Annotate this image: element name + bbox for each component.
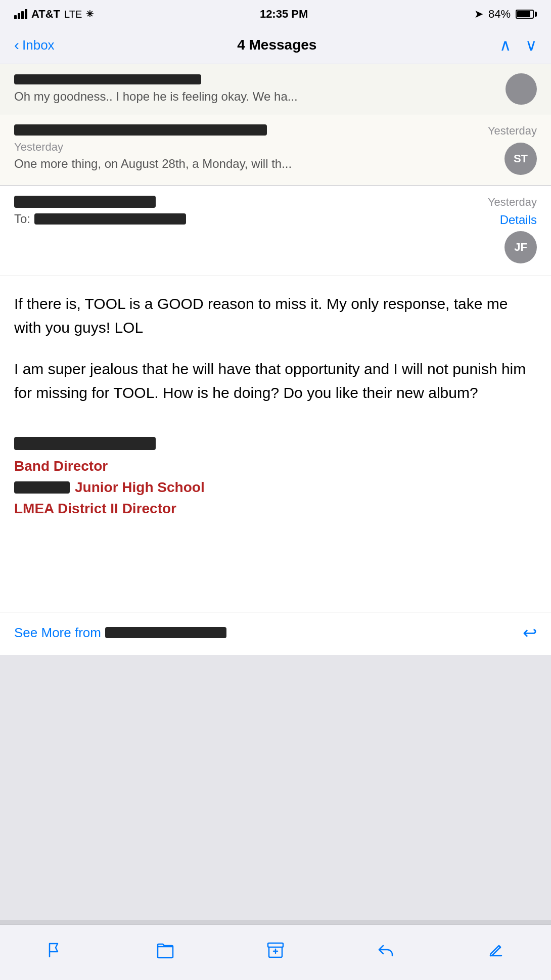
email-message-3: To: Yesterday Details JF If there is, TO… bbox=[0, 186, 551, 655]
back-label: Inbox bbox=[22, 37, 55, 53]
email-header-row: To: Yesterday Details JF bbox=[14, 196, 537, 263]
sig-school-suffix: Junior High School bbox=[75, 479, 205, 496]
status-bar: AT&T LTE ✳ 12:35 PM ➤ 84% bbox=[0, 0, 551, 28]
message-date-2-right: Yesterday bbox=[488, 124, 537, 138]
thread-container: Oh my goodness.. I hope he is feeling ok… bbox=[0, 64, 551, 920]
location-icon: ➤ bbox=[474, 8, 483, 21]
redacted-sender-1 bbox=[14, 74, 201, 84]
see-more-section: See More from ↩ bbox=[0, 612, 551, 655]
email-paragraph-1: If there is, TOOL is a GOOD reason to mi… bbox=[14, 292, 537, 339]
preview-text-2: One more thing, on August 28th, a Monday… bbox=[14, 157, 478, 171]
avatar-2: ST bbox=[504, 143, 537, 175]
battery-icon bbox=[516, 10, 537, 19]
redacted-sender-name-3 bbox=[14, 196, 156, 208]
email-to-row: To: bbox=[14, 212, 186, 226]
toolbar-spacer bbox=[0, 655, 551, 710]
message-date-2: Yesterday bbox=[14, 141, 63, 154]
message-preview-2[interactable]: Yesterday One more thing, on August 28th… bbox=[0, 114, 551, 186]
compose-button[interactable] bbox=[486, 941, 506, 960]
see-more-link[interactable]: See More from bbox=[14, 625, 226, 641]
email-signature: Band Director Junior High School LMEA Di… bbox=[0, 437, 551, 531]
email-body: If there is, TOOL is a GOOD reason to mi… bbox=[0, 276, 551, 437]
email-spacer bbox=[0, 531, 551, 612]
to-label: To: bbox=[14, 212, 30, 226]
avatar-1 bbox=[506, 73, 537, 105]
email-sender-info: To: bbox=[14, 196, 186, 226]
sig-school-row: Junior High School bbox=[14, 479, 537, 496]
archive-button[interactable] bbox=[266, 941, 285, 960]
prev-message-button[interactable]: ∧ bbox=[499, 35, 511, 55]
folder-button[interactable] bbox=[156, 941, 175, 960]
redacted-see-more-name bbox=[105, 627, 226, 638]
nav-title: 4 Messages bbox=[237, 37, 316, 53]
sig-district: LMEA District II Director bbox=[14, 501, 537, 517]
email-date-avatar: Yesterday Details JF bbox=[488, 196, 537, 263]
back-button[interactable]: ‹ Inbox bbox=[14, 36, 55, 54]
svg-rect-0 bbox=[268, 943, 283, 947]
redacted-recipient bbox=[34, 213, 186, 225]
network-label: LTE bbox=[64, 9, 82, 20]
message-preview-1[interactable]: Oh my goodness.. I hope he is feeling ok… bbox=[0, 64, 551, 114]
status-right-group: ➤ 84% bbox=[474, 8, 537, 21]
next-message-button[interactable]: ∨ bbox=[525, 35, 537, 55]
nav-bar: ‹ Inbox 4 Messages ∧ ∨ bbox=[0, 28, 551, 64]
email-paragraph-2: I am super jealous that he will have tha… bbox=[14, 358, 537, 405]
email-date: Yesterday bbox=[488, 196, 537, 209]
status-time: 12:35 PM bbox=[260, 8, 308, 21]
email-header: To: Yesterday Details JF bbox=[0, 186, 551, 276]
signal-icon bbox=[14, 9, 27, 19]
sig-title: Band Director bbox=[14, 458, 537, 474]
flag-button[interactable] bbox=[45, 941, 65, 960]
preview-text-1: Oh my goodness.. I hope he is feeling ok… bbox=[14, 90, 496, 104]
carrier-label: AT&T bbox=[31, 8, 60, 21]
chevron-left-icon: ‹ bbox=[14, 36, 19, 54]
see-more-label: See More from bbox=[14, 625, 101, 641]
nav-arrows: ∧ ∨ bbox=[499, 35, 537, 55]
redacted-sig-name bbox=[14, 437, 156, 450]
reply-button[interactable] bbox=[376, 941, 395, 960]
redacted-sender-2 bbox=[14, 124, 267, 136]
avatar-3: JF bbox=[504, 231, 537, 263]
battery-percent: 84% bbox=[488, 8, 511, 21]
details-link[interactable]: Details bbox=[500, 213, 537, 227]
bottom-toolbar bbox=[0, 924, 551, 980]
status-carrier: AT&T LTE ✳ bbox=[14, 8, 94, 21]
reply-icon[interactable]: ↩ bbox=[523, 622, 537, 643]
wifi-activity-icon: ✳ bbox=[86, 9, 94, 20]
redacted-school-prefix bbox=[14, 481, 70, 494]
